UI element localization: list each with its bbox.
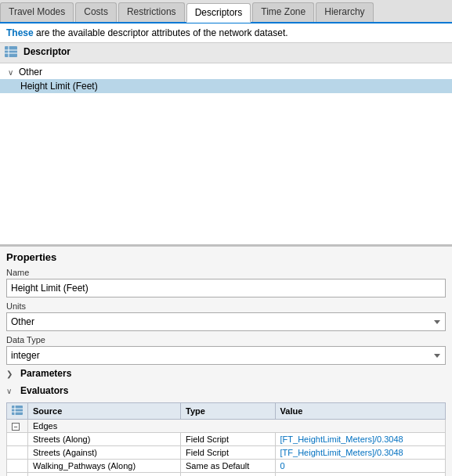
- tab-descriptors[interactable]: Descriptors: [186, 3, 251, 23]
- eval-header-source: Source: [28, 403, 181, 420]
- eval-row-0-source: Streets (Along): [28, 433, 181, 446]
- chevron-evaluators-icon: ∨: [6, 387, 17, 395]
- eval-group-edges-label: Edges: [28, 420, 446, 433]
- eval-group-edges: − Edges: [7, 420, 446, 433]
- eval-row-3-icon: [7, 473, 28, 477]
- info-bar: These are the available descriptor attri…: [0, 23, 452, 43]
- eval-header-value: Value: [275, 403, 445, 420]
- info-text: are the available descriptor attributes …: [36, 27, 288, 38]
- eval-row-0-icon: [7, 433, 28, 446]
- table-row: Walking_Pathways (Against) Same as Along…: [7, 473, 446, 477]
- properties-panel: Properties Name Units OtherFeetMeters Da…: [0, 247, 452, 476]
- table-row: Streets (Along) Field Script [FT_HeightL…: [7, 433, 446, 446]
- eval-row-0-value: [FT_HeightLimit_Meters]/0.3048: [275, 433, 445, 446]
- descriptor-header-icon: [5, 46, 20, 60]
- tab-hierarchy[interactable]: Hierarchy: [316, 2, 373, 22]
- chevron-other-icon: ∨: [8, 68, 19, 77]
- tree-header: Descriptor: [0, 43, 452, 63]
- eval-header-icon: [7, 403, 28, 420]
- tree-group-other[interactable]: ∨ Other: [0, 65, 452, 79]
- svg-rect-0: [5, 46, 17, 57]
- evaluators-section[interactable]: ∨ Evaluators: [6, 382, 446, 399]
- data-type-label: Data Type: [6, 335, 446, 344]
- table-row: Walking_Pathways (Along) Same as Default…: [7, 460, 446, 473]
- eval-row-1-icon: [7, 446, 28, 460]
- eval-row-2-icon: [7, 460, 28, 473]
- tree-header-label: Descriptor: [24, 46, 71, 60]
- evaluators-label: Evaluators: [20, 385, 68, 396]
- tab-travel-modes[interactable]: Travel Modes: [0, 2, 74, 22]
- tab-bar: Travel Modes Costs Restrictions Descript…: [0, 0, 452, 23]
- data-type-select-wrapper: integerfloatdoublestringboolean: [6, 346, 446, 365]
- units-select[interactable]: OtherFeetMeters: [6, 312, 446, 331]
- eval-row-2-type: Same as Default: [181, 460, 276, 473]
- tab-costs[interactable]: Costs: [75, 2, 117, 22]
- properties-title: Properties: [6, 251, 446, 263]
- name-label: Name: [6, 268, 446, 277]
- tree-item-height-limit-label: Height Limit (Feet): [20, 81, 98, 92]
- units-label: Units: [6, 301, 446, 311]
- parameters-section[interactable]: ❯ Parameters: [6, 365, 446, 382]
- tree-item-height-limit[interactable]: Height Limit (Feet): [0, 79, 452, 93]
- eval-group-edges-expand[interactable]: −: [7, 420, 28, 433]
- tab-time-zone[interactable]: Time Zone: [252, 2, 314, 22]
- eval-row-1-type: Field Script: [181, 446, 276, 460]
- eval-row-1-source: Streets (Against): [28, 446, 181, 460]
- svg-rect-4: [12, 406, 23, 415]
- tree-section-other: ∨ Other Height Limit (Feet): [0, 63, 452, 95]
- eval-row-3-value: 0: [275, 473, 445, 477]
- expand-edges-icon[interactable]: −: [12, 423, 20, 431]
- table-row: Streets (Against) Field Script [TF_Heigh…: [7, 446, 446, 460]
- chevron-parameters-icon: ❯: [6, 370, 17, 378]
- eval-row-1-value: [TF_HeightLimit_Meters]/0.3048: [275, 446, 445, 460]
- name-input[interactable]: [6, 279, 446, 298]
- eval-row-2-value: 0: [275, 460, 445, 473]
- data-type-select[interactable]: integerfloatdoublestringboolean: [6, 346, 446, 365]
- eval-row-3-type: Same as Along: [181, 473, 276, 477]
- evaluators-table-header-row: Source Type Value: [7, 403, 446, 420]
- units-select-wrapper: OtherFeetMeters: [6, 312, 446, 331]
- descriptor-tree-panel: Descriptor ∨ Other Height Limit (Feet): [0, 43, 452, 247]
- eval-row-2-source: Walking_Pathways (Along): [28, 460, 181, 473]
- parameters-label: Parameters: [20, 368, 71, 379]
- evaluators-table: Source Type Value − Edges Streets (Along…: [6, 402, 446, 476]
- eval-row-3-source: Walking_Pathways (Against): [28, 473, 181, 477]
- info-highlight: These: [6, 27, 34, 38]
- eval-row-0-type: Field Script: [181, 433, 276, 446]
- tab-restrictions[interactable]: Restrictions: [118, 2, 185, 22]
- eval-header-type: Type: [181, 403, 276, 420]
- tree-group-other-label: Other: [19, 67, 42, 78]
